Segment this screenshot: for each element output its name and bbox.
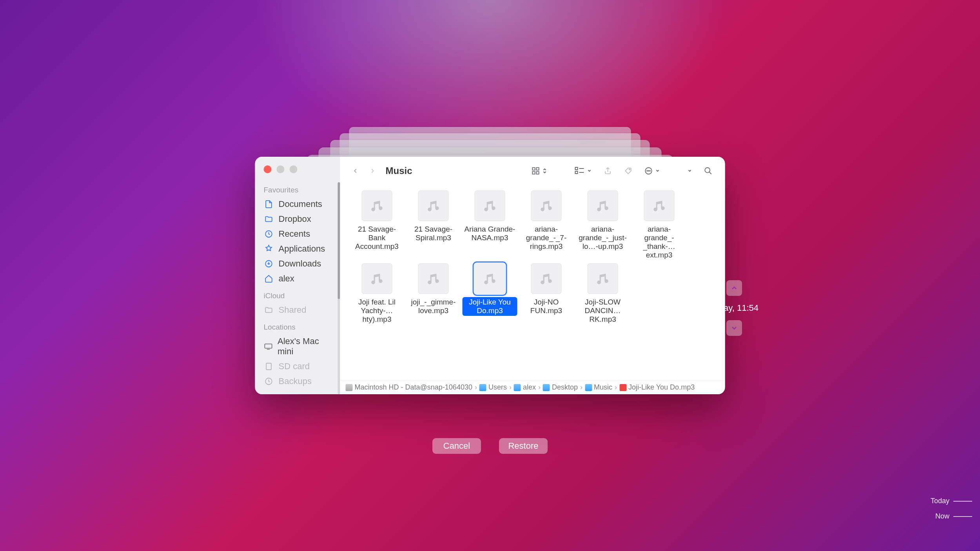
sidebar-label: Backups xyxy=(279,376,312,386)
timeline-today[interactable]: Today xyxy=(913,497,972,505)
music-file-icon xyxy=(531,190,562,221)
breadcrumb-label: Music xyxy=(594,383,612,392)
sidebar-section-icloud: iCloud xyxy=(255,286,340,303)
music-file-icon xyxy=(475,263,505,294)
group-button[interactable] xyxy=(572,165,595,177)
svg-rect-9 xyxy=(575,167,578,170)
file-name: Joji-SLOW DANCIN…RK.mp3 xyxy=(575,297,630,324)
file-name: joji_-_gimme-love.mp3 xyxy=(406,297,461,316)
chevron-right-icon: › xyxy=(580,383,583,392)
share-button[interactable] xyxy=(601,165,615,177)
hd-icon xyxy=(346,384,353,391)
nav-up-button[interactable] xyxy=(726,280,742,296)
back-button[interactable] xyxy=(350,165,361,177)
file-item[interactable]: ariana-grande_-_thank-…ext.mp3 xyxy=(631,190,688,260)
minimize-button[interactable] xyxy=(277,165,285,173)
sidebar-item-applications[interactable]: Applications xyxy=(255,241,340,256)
file-name: 21 Savage-Bank Account.mp3 xyxy=(350,224,405,252)
clock-icon xyxy=(264,229,274,239)
chevron-right-icon: › xyxy=(509,383,512,392)
file-item[interactable]: ariana-grande_-_just-lo…-up.mp3 xyxy=(575,190,631,260)
sidebar-item-downloads[interactable]: Downloads xyxy=(255,256,340,271)
action-button[interactable] xyxy=(641,165,663,177)
file-item[interactable]: Joji feat. Lil Yachty-…hty).mp3 xyxy=(349,263,405,324)
file-item[interactable]: 21 Savage-Spiral.mp3 xyxy=(405,190,462,260)
sidebar-scrollbar-thumb[interactable] xyxy=(338,182,340,299)
sidebar-item-sdcard[interactable]: SD card xyxy=(255,359,340,374)
file-item[interactable]: Joji-NO FUN.mp3 xyxy=(518,263,575,324)
breadcrumb-item[interactable]: alex xyxy=(514,383,536,392)
breadcrumb-item[interactable]: Users xyxy=(479,383,507,392)
document-icon xyxy=(264,199,274,209)
view-grid-button[interactable] xyxy=(528,165,550,177)
time-machine-nav: Today, 11:54 xyxy=(710,280,759,336)
sidebar-section-favourites: Favourites xyxy=(255,180,340,197)
breadcrumb-label: Joji-Like You Do.mp3 xyxy=(628,383,695,392)
file-name: Ariana Grande-NASA.mp3 xyxy=(463,224,517,243)
music-file-icon xyxy=(362,263,392,294)
sidebar-item-shared[interactable]: Shared xyxy=(255,303,340,317)
breadcrumb-label: alex xyxy=(523,383,536,392)
mp3-icon xyxy=(619,384,626,391)
music-file-icon xyxy=(418,190,449,221)
close-button[interactable] xyxy=(264,165,272,173)
backup-icon xyxy=(264,376,274,386)
sidebar-item-mac[interactable]: Alex's Mac mini xyxy=(255,334,340,359)
file-item[interactable]: joji_-_gimme-love.mp3 xyxy=(405,263,462,324)
breadcrumb-item[interactable]: Music xyxy=(585,383,612,392)
svg-rect-5 xyxy=(532,168,535,170)
folder-icon xyxy=(479,384,486,391)
forward-button[interactable] xyxy=(367,165,379,177)
sidebar-label: Alex's Mac mini xyxy=(278,336,332,357)
breadcrumb-item[interactable]: Joji-Like You Do.mp3 xyxy=(619,383,695,392)
more-button[interactable] xyxy=(684,165,695,177)
sidebar-label: Applications xyxy=(279,244,325,254)
file-item[interactable]: Joji-Like You Do.mp3 xyxy=(462,263,518,324)
file-item[interactable]: Ariana Grande-NASA.mp3 xyxy=(462,190,518,260)
file-name: ariana-grande_-_thank-…ext.mp3 xyxy=(632,224,687,260)
svg-point-17 xyxy=(650,170,650,171)
file-item[interactable]: ariana-grande_-_7-rings.mp3 xyxy=(518,190,575,260)
time-machine-buttons: Cancel Restore xyxy=(432,438,548,454)
nav-down-button[interactable] xyxy=(726,320,742,336)
music-file-icon xyxy=(475,190,505,221)
zoom-button[interactable] xyxy=(290,165,298,173)
music-file-icon xyxy=(588,263,618,294)
breadcrumb-label: Desktop xyxy=(552,383,578,392)
file-item[interactable]: 21 Savage-Bank Account.mp3 xyxy=(349,190,405,260)
timeline-now[interactable]: Now xyxy=(913,512,972,520)
file-grid: 21 Savage-Bank Account.mp321 Savage-Spir… xyxy=(340,185,725,380)
sidebar-section-locations: Locations xyxy=(255,317,340,334)
file-name: Joji-NO FUN.mp3 xyxy=(519,297,574,316)
sidebar-item-documents[interactable]: Documents xyxy=(255,197,340,212)
finder-main: Music 21 Savage-Bank Account.mp321 Savag… xyxy=(340,157,725,394)
sidebar-scrollbar[interactable] xyxy=(338,182,340,394)
sidebar-item-recents[interactable]: Recents xyxy=(255,227,340,241)
tag-button[interactable] xyxy=(621,165,636,177)
chevron-right-icon: › xyxy=(538,383,541,392)
cancel-button[interactable]: Cancel xyxy=(432,438,481,454)
music-file-icon xyxy=(362,190,392,221)
folder-icon xyxy=(543,384,550,391)
svg-point-16 xyxy=(648,170,649,171)
file-item[interactable]: Joji-SLOW DANCIN…RK.mp3 xyxy=(575,263,631,324)
download-icon xyxy=(264,259,274,269)
file-name: 21 Savage-Spiral.mp3 xyxy=(406,224,461,243)
sidebar: Favourites Documents Dropbox Recents App… xyxy=(255,157,340,394)
sidebar-item-home[interactable]: alex xyxy=(255,271,340,286)
svg-rect-7 xyxy=(532,172,535,174)
svg-point-15 xyxy=(647,170,648,171)
restore-button[interactable]: Restore xyxy=(499,438,548,454)
sidebar-label: Shared xyxy=(279,305,307,315)
folder-icon xyxy=(514,384,521,391)
sidebar-label: Recents xyxy=(279,229,310,239)
breadcrumb-item[interactable]: Desktop xyxy=(543,383,578,392)
timeline-label: Today xyxy=(931,497,949,505)
sidebar-label: alex xyxy=(279,274,294,284)
sidebar-section-tags: Tags xyxy=(255,389,340,394)
sidebar-item-backups[interactable]: Backups xyxy=(255,374,340,389)
search-button[interactable] xyxy=(701,165,716,177)
file-name: ariana-grande_-_7-rings.mp3 xyxy=(519,224,574,252)
breadcrumb-item[interactable]: Macintosh HD - Data@snap-1064030 xyxy=(346,383,472,392)
sidebar-item-dropbox[interactable]: Dropbox xyxy=(255,212,340,227)
